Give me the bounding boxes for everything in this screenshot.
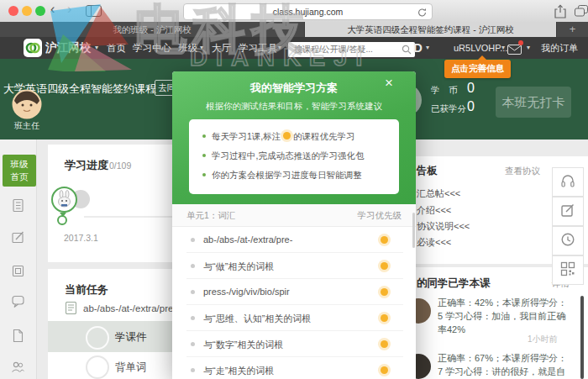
lesson-row[interactable]: 与“走”相关的词根 [172, 357, 416, 379]
modal-subtitle: 根据你的测试结果和目标，智能学习系统建议 [172, 101, 416, 113]
comment-text: 正确率：67%；本课所得学分：7 学习心得：讲的很好，就是自己还来不 [438, 351, 569, 379]
row-bullet-icon [191, 238, 195, 242]
chat-icon[interactable] [11, 294, 25, 308]
compose-note-button[interactable] [552, 197, 584, 226]
announcement-item[interactable]: 协议说明<<< [417, 220, 470, 233]
nav-my-orders[interactable]: 我的订单 [541, 37, 578, 59]
announcement-item[interactable]: 必读<<< [417, 236, 451, 249]
unit-label: 单元1：词汇 [186, 210, 235, 222]
task-step-circle [86, 355, 109, 379]
headphones-icon [560, 173, 575, 191]
priority-dot-icon [381, 314, 388, 322]
priority-dot-icon [381, 288, 388, 296]
class-home-label: 班级首页 [9, 158, 29, 183]
priority-dot-icon [283, 132, 291, 139]
d-logo[interactable]: D [413, 37, 423, 59]
brand-caret-icon: ▾ [95, 37, 98, 59]
notebook-icon[interactable] [11, 198, 25, 213]
lesson-row[interactable]: 与“数字”相关的词根 [172, 331, 416, 357]
sidebar-item-class-home[interactable]: 班级首页 [3, 155, 36, 187]
row-bullet-icon [191, 264, 195, 268]
tab-my-class[interactable]: 我的班级 - 沪江网校 [0, 22, 305, 37]
task-title: 当前任务 [65, 282, 108, 297]
nav-tools[interactable]: 学习工具 [239, 37, 277, 59]
priority-dot-icon [381, 262, 388, 270]
plan-tip: 学习过程中,完成动态推送的学习强化包 [202, 150, 364, 162]
checkin-button[interactable]: 本班无打卡 [496, 87, 571, 118]
priority-section-header: 单元1：词汇 学习优先级 [172, 204, 416, 227]
nav-class-caret-icon: ▾ [200, 37, 203, 59]
tabs-overview-icon[interactable] [575, 5, 588, 20]
minimize-window-button[interactable] [22, 6, 32, 16]
lesson-row[interactable]: ab-/abs-/at-/extra/pre- [172, 227, 416, 253]
coin-value: 0 [467, 81, 475, 96]
task-unit-name[interactable]: ab-/abs-/at-/extra/pre- [83, 303, 176, 313]
credit-label: 已获学分 [431, 103, 466, 115]
modal-scrollbar[interactable] [412, 213, 415, 248]
d-caret-icon: ▾ [426, 37, 429, 59]
nav-home[interactable]: 首页 [107, 37, 126, 59]
row-bullet-icon [191, 316, 195, 320]
nav-hall[interactable]: 大厅 [212, 37, 231, 59]
task-doc-icon [66, 302, 76, 318]
share-icon[interactable] [554, 4, 566, 22]
smart-plan-modal: 我的智能学习方案 × 根据你的测试结果和目标，智能学习系统建议 每天学习1课,标… [172, 71, 416, 379]
complete-info-tooltip[interactable]: 点击完善信息 [444, 60, 511, 78]
priority-dot-icon [381, 236, 388, 244]
homework-icon[interactable] [11, 230, 25, 245]
priority-dot-icon [381, 340, 388, 348]
site-navbar: 沪江网校 ▾ 首页 学习中心 班级 ▾ 大厅 学习工具 ▾ D ▾ uR5LVO… [0, 37, 588, 59]
comments-scrollbar[interactable] [580, 296, 584, 379]
close-icon[interactable]: × [385, 75, 393, 92]
teacher-avatar[interactable] [12, 89, 42, 123]
lesson-row[interactable]: 与“思维、认知”相关的词根 [172, 305, 416, 331]
audio-help-button[interactable] [552, 167, 584, 197]
mail-icon[interactable] [507, 43, 522, 58]
search-input[interactable] [288, 42, 415, 57]
lesson-row[interactable]: 与“做”相关的词根 [172, 253, 416, 279]
priority-label: 学习优先级 [358, 210, 402, 222]
history-button[interactable] [552, 226, 584, 255]
row-bullet-icon [191, 368, 195, 372]
announcement-item[interactable]: 汇总帖<<< [417, 187, 460, 200]
file-icon[interactable] [11, 329, 25, 343]
modal-title: 我的智能学习方案 [172, 81, 416, 96]
sidebar-toggle-icon[interactable] [86, 5, 102, 20]
classmates-title: 的同学已学本课 [417, 276, 491, 291]
browser-toolbar: ‹ › class.hujiang.com [0, 0, 588, 23]
back-button[interactable]: ‹ [50, 2, 55, 17]
qr-code-button[interactable] [552, 255, 584, 285]
nav-class[interactable]: 班级 [178, 37, 197, 59]
mail-caret-icon: ▾ [527, 37, 530, 59]
progress-node [57, 215, 67, 225]
forward-button[interactable]: › [67, 2, 71, 17]
close-window-button[interactable] [8, 6, 18, 16]
nav-tools-caret-icon: ▾ [278, 37, 281, 59]
reload-icon[interactable] [417, 7, 427, 22]
bullet-dot-icon [202, 134, 206, 138]
nav-learning-center[interactable]: 学习中心 [133, 37, 171, 59]
brand-name[interactable]: 沪江网校 [45, 37, 91, 59]
view-agreement-link[interactable]: 查看协议 [505, 166, 540, 177]
modal-header: 我的智能学习方案 × 根据你的测试结果和目标，智能学习系统建议 每天学习1课,标… [172, 71, 416, 204]
url-bar[interactable]: class.hujiang.com [183, 3, 433, 20]
coin-label: 学 币 [431, 85, 458, 97]
progress-marker-pin[interactable] [51, 187, 77, 213]
zoom-window-button[interactable] [35, 6, 45, 16]
search-icon[interactable] [402, 43, 412, 58]
courseware-icon[interactable] [11, 264, 25, 278]
tab-course-active[interactable]: 大学英语四级全程智能签约课程 - 沪江网校 [305, 22, 556, 37]
lesson-row[interactable]: press-/vig/viv/bio/spir [172, 279, 416, 305]
url-text: class.hujiang.com [273, 7, 343, 17]
history-clock-icon [560, 232, 575, 250]
plan-tips-card: 每天学习1课,标注 的课程优先学习 学习过程中,完成动态推送的学习强化包 你的方… [189, 119, 399, 194]
class-sidebar: 班级首页 [0, 139, 37, 379]
teacher-label: 班主任 [8, 120, 45, 132]
new-tab-button[interactable]: + [556, 22, 588, 37]
bullet-dot-icon [202, 154, 206, 157]
hujiang-logo-icon[interactable] [24, 39, 42, 61]
bullet-dot-icon [202, 173, 206, 176]
announcement-item[interactable]: 介绍<<< [417, 204, 451, 217]
user-caret-icon: ▾ [501, 37, 505, 59]
classmates-icon[interactable] [11, 360, 25, 374]
